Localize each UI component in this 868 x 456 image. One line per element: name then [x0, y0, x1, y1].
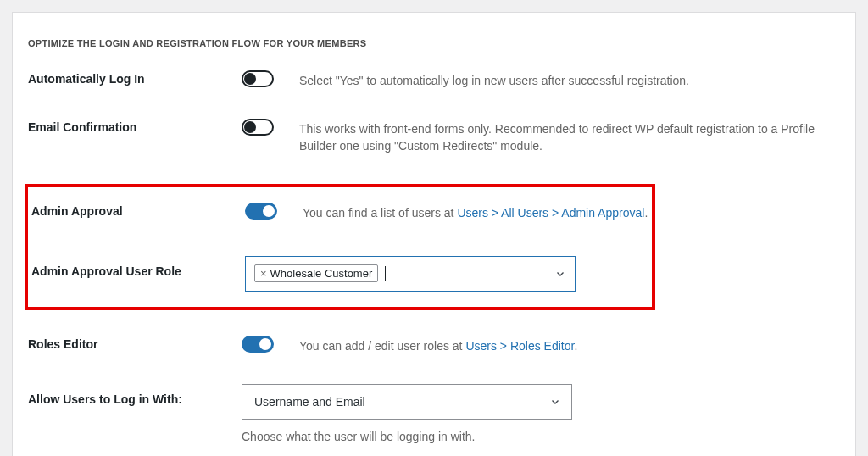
chevron-down-icon [549, 396, 561, 408]
select-allow-login-with[interactable]: Username and Email [242, 384, 572, 420]
desc-email-confirmation: This works with front-end forms only. Re… [299, 119, 840, 155]
settings-page: OPTIMIZE THE LOGIN AND REGISTRATION FLOW… [0, 0, 868, 456]
select-admin-approval-role[interactable]: ×Wholesale Customer [245, 256, 576, 292]
text-cursor [385, 266, 386, 281]
link-roles-editor[interactable]: Users > Roles Editor [465, 339, 574, 353]
highlight-admin-approval-block: Admin Approval You can find a list of us… [25, 184, 655, 310]
label-admin-approval: Admin Approval [31, 203, 245, 218]
link-admin-approval[interactable]: Users > All Users > Admin Approval [457, 206, 644, 220]
remove-tag-icon[interactable]: × [260, 267, 267, 280]
tag-label: Wholesale Customer [270, 267, 373, 280]
control-email-confirmation [242, 119, 299, 138]
toggle-email-confirmation[interactable] [242, 119, 274, 136]
desc-admin-approval: You can find a list of users at Users > … [303, 203, 652, 221]
desc-roles-editor: You can add / edit user roles at Users >… [299, 336, 840, 354]
label-roles-editor: Roles Editor [28, 336, 242, 351]
row-email-confirmation: Email Confirmation This works with front… [28, 119, 840, 155]
control-admin-approval-role: ×Wholesale Customer [245, 256, 652, 292]
settings-panel: OPTIMIZE THE LOGIN AND REGISTRATION FLOW… [12, 12, 856, 456]
row-admin-approval: Admin Approval You can find a list of us… [28, 203, 652, 222]
tag-wholesale-customer: ×Wholesale Customer [254, 264, 378, 282]
row-admin-approval-role: Admin Approval User Role ×Wholesale Cust… [28, 256, 652, 292]
desc-auto-login: Select "Yes" to automatically log in new… [299, 70, 840, 89]
label-allow-login-with: Allow Users to Log in With: [28, 384, 242, 406]
section-title: OPTIMIZE THE LOGIN AND REGISTRATION FLOW… [28, 38, 840, 48]
label-email-confirmation: Email Confirmation [28, 119, 242, 134]
helper-allow-login-with: Choose what the user will be logging in … [242, 430, 840, 443]
desc-roles-editor-suffix: . [574, 339, 577, 353]
label-auto-login: Automatically Log In [28, 70, 242, 86]
select-allow-login-with-value: Username and Email [254, 395, 365, 409]
chevron-down-icon[interactable] [554, 268, 566, 280]
row-roles-editor: Roles Editor You can add / edit user rol… [28, 336, 840, 355]
control-admin-approval [245, 203, 303, 222]
desc-admin-approval-suffix: . [644, 206, 648, 220]
label-admin-approval-role: Admin Approval User Role [31, 256, 245, 278]
control-roles-editor [242, 336, 299, 355]
row-auto-login: Automatically Log In Select "Yes" to aut… [28, 70, 840, 90]
toggle-roles-editor[interactable] [242, 336, 274, 353]
desc-admin-approval-prefix: You can find a list of users at [303, 206, 457, 220]
control-auto-login [242, 70, 299, 90]
toggle-admin-approval[interactable] [245, 203, 277, 220]
control-allow-login-with: Username and Email Choose what the user … [242, 384, 840, 443]
desc-roles-editor-prefix: You can add / edit user roles at [299, 339, 465, 353]
toggle-auto-login[interactable] [242, 70, 274, 87]
row-allow-login-with: Allow Users to Log in With: Username and… [28, 384, 840, 443]
